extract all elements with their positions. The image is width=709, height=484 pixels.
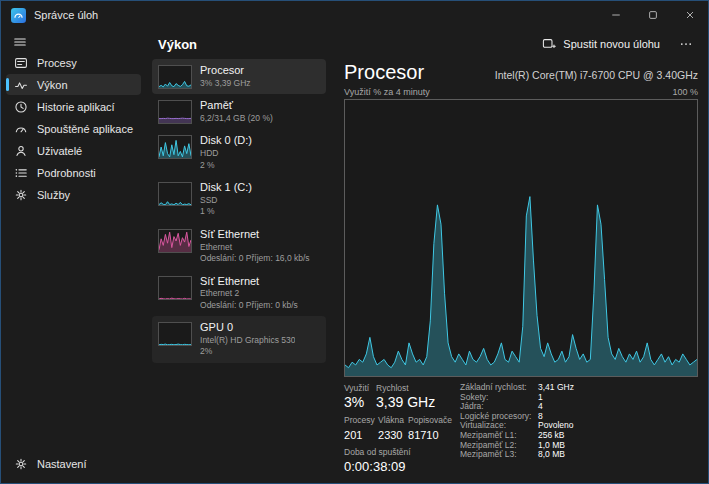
perf-item-detail: SSD (200, 195, 252, 206)
perf-item-detail: 3% 3,39 GHz (200, 78, 251, 89)
perf-item-detail: 2 % (200, 160, 252, 171)
stat-value-processes: 201 (344, 429, 362, 441)
sidebar-item-label: Nastavení (37, 458, 87, 470)
stat-value-threads: 2330 (378, 429, 402, 441)
sidebar-nav: Procesy Výkon Historie aplikací Spouštěn… (4, 51, 143, 206)
perf-item-detail: Odeslání: 0 Příjem: 16,0 kb/s (200, 253, 310, 264)
services-icon (14, 188, 28, 202)
window-title: Správce úloh (34, 9, 98, 21)
stat-value-utilization: 3% (344, 394, 364, 410)
sidebar-item[interactable]: Spouštěné aplikace (6, 118, 141, 139)
cpu-stats: Využití 3% Rychlost 3,39 GHz P (344, 383, 698, 475)
sidebar-item[interactable]: Výkon (6, 74, 141, 95)
startup-apps-icon (14, 122, 28, 136)
users-icon (14, 144, 28, 158)
cpu-usage-chart (345, 100, 697, 376)
stat-label: Popisovače (408, 415, 452, 425)
chart-max-label: 100 % (672, 87, 698, 97)
perf-item-name: Disk 0 (D:) (200, 134, 252, 148)
titlebar: Správce úloh (1, 1, 708, 29)
perf-item-detail: 2% (200, 346, 295, 357)
perf-list-item[interactable]: Paměť 6,2/31,4 GB (20 %) (152, 94, 326, 129)
app-history-icon (14, 100, 28, 114)
sparkline-chart (158, 276, 192, 300)
perf-item-name: Síť Ethernet (200, 275, 298, 289)
chart-axis-label: Využití % za 4 minuty (344, 87, 430, 97)
perf-list-item[interactable]: Procesor 3% 3,39 GHz (152, 59, 326, 94)
cpu-model: Intel(R) Core(TM) i7-6700 CPU @ 3.40GHz (495, 69, 698, 81)
perf-item-detail: Intel(R) HD Graphics 530 (200, 335, 295, 346)
sidebar-item-label: Výkon (37, 79, 68, 91)
stat-label: Rychlost (376, 383, 446, 393)
settings-icon (14, 457, 28, 471)
cpu-usage-chart-area (344, 99, 698, 377)
cpu-title: Procesor (344, 61, 424, 84)
perf-item-name: GPU 0 (200, 321, 295, 335)
sidebar-item-label: Spouštěné aplikace (37, 123, 133, 135)
close-button[interactable] (671, 1, 708, 29)
perf-item-name: Disk 1 (C:) (200, 181, 252, 195)
maximize-button[interactable] (634, 1, 671, 29)
sidebar-item-label: Procesy (37, 57, 77, 69)
task-manager-window: Správce úloh Procesy Výkon Historie apli… (0, 0, 709, 484)
sparkline-chart (158, 100, 192, 124)
close-icon (684, 9, 696, 21)
stat-value-handles: 81710 (408, 429, 439, 441)
stat-label: Doba od spuštění (344, 447, 446, 457)
perf-item-detail: Odeslání: 0 Příjem: 0 kb/s (200, 300, 298, 311)
spec-label: Mezipaměť L3: (460, 450, 530, 460)
perf-item-detail: 1 % (200, 206, 252, 217)
sidebar-item[interactable]: Podrobnosti (6, 162, 141, 183)
stat-label: Procesy (344, 415, 376, 425)
navigation-menu-button[interactable] (4, 33, 34, 51)
spec-value: 8,0 MB (538, 450, 574, 460)
task-manager-logo-icon (11, 8, 26, 23)
spec-value: 4 (538, 402, 574, 412)
perf-list-item[interactable]: Síť Ethernet Ethernet 2Odeslání: 0 Příje… (152, 270, 326, 317)
cpu-spec-list: Základní rychlost:3,41 GHzSokety:1Jádra:… (460, 383, 574, 475)
sidebar: Procesy Výkon Historie aplikací Spouštěn… (1, 29, 146, 483)
perf-item-detail: HDD (200, 148, 252, 159)
sparkline-chart (158, 229, 192, 253)
sidebar-item-settings[interactable]: Nastavení (6, 453, 141, 474)
hamburger-icon (13, 35, 27, 49)
sparkline-chart (158, 65, 192, 89)
stat-label: Využití (344, 383, 374, 393)
sidebar-item[interactable]: Historie aplikací (6, 96, 141, 117)
performance-icon (14, 78, 28, 92)
perf-list-item[interactable]: Disk 1 (C:) SSD1 % (152, 176, 326, 223)
sparkline-chart (158, 182, 192, 206)
perf-list-item[interactable]: Síť Ethernet EthernetOdeslání: 0 Příjem:… (152, 223, 326, 270)
sidebar-item[interactable]: Služby (6, 184, 141, 205)
spec-value: 1 (538, 393, 574, 403)
sidebar-item-label: Historie aplikací (37, 101, 115, 113)
sidebar-item-label: Uživatelé (37, 145, 82, 157)
perf-item-detail: 6,2/31,4 GB (20 %) (200, 113, 273, 124)
run-new-task-label: Spustit novou úlohu (563, 38, 660, 50)
ellipsis-icon (679, 37, 693, 51)
sparkline-chart (158, 322, 192, 346)
details-icon (14, 166, 28, 180)
perf-item-name: Procesor (200, 64, 251, 78)
minimize-button[interactable] (597, 1, 634, 29)
stat-value-uptime: 0:00:38:09 (344, 459, 405, 474)
maximize-icon (647, 9, 659, 21)
page-title: Výkon (158, 37, 197, 52)
run-new-task-button[interactable]: Spustit novou úlohu (534, 33, 668, 55)
perf-item-detail: Ethernet (200, 242, 310, 253)
sidebar-item[interactable]: Uživatelé (6, 140, 141, 161)
spec-value: 3,41 GHz (538, 383, 574, 393)
sidebar-item[interactable]: Procesy (6, 52, 141, 73)
perf-item-name: Paměť (200, 99, 273, 113)
performance-list: Procesor 3% 3,39 GHz Paměť 6,2/31,4 GB (… (146, 59, 330, 483)
processes-icon (14, 56, 28, 70)
perf-list-item[interactable]: Disk 0 (D:) HDD2 % (152, 129, 326, 176)
perf-item-name: Síť Ethernet (200, 228, 310, 242)
perf-list-item[interactable]: GPU 0 Intel(R) HD Graphics 5302% (152, 316, 326, 363)
sparkline-chart (158, 135, 192, 159)
perf-item-detail: Ethernet 2 (200, 288, 298, 299)
cpu-detail-panel: Procesor Intel(R) Core(TM) i7-6700 CPU @… (330, 59, 708, 483)
more-options-button[interactable] (672, 33, 700, 55)
sidebar-item-label: Služby (37, 189, 70, 201)
stat-value-speed: 3,39 GHz (376, 394, 435, 410)
